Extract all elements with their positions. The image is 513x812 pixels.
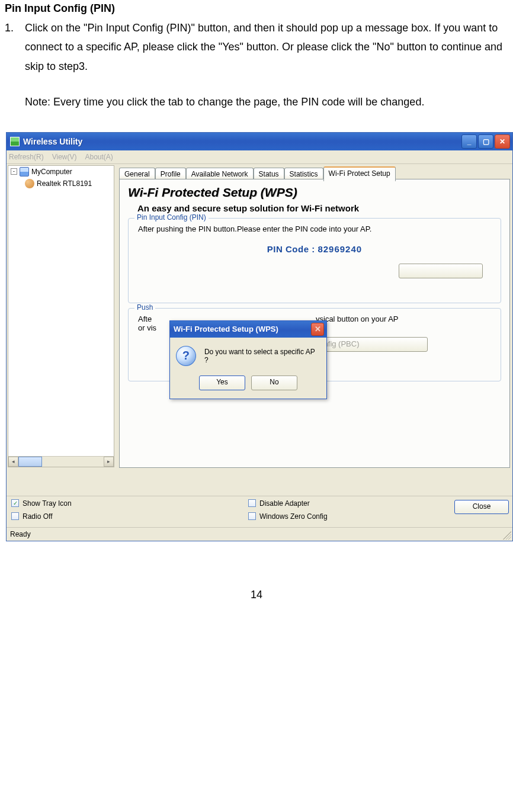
close-button[interactable]: Close — [454, 500, 509, 514]
scroll-thumb[interactable] — [18, 457, 42, 467]
tab-wps[interactable]: Wi-Fi Protect Setup — [323, 166, 396, 181]
wps-heading: Wi-Fi Protected Setup (WPS) — [128, 185, 501, 200]
step-number: 1. — [5, 18, 25, 76]
titlebar: Wireless Utility _ ▢ ✕ — [7, 133, 512, 150]
show-tray-label: Show Tray Icon — [23, 499, 72, 508]
page-number: 14 — [5, 589, 508, 601]
tab-available-network[interactable]: Available Network — [186, 168, 254, 180]
device-tree: - MyComputer Realtek RTL8191 ◂ ▸ — [8, 165, 114, 467]
pin-description: After pushing the PIN button.Please ente… — [138, 224, 493, 233]
tree-root[interactable]: MyComputer — [31, 168, 72, 176]
close-window-button[interactable]: ✕ — [495, 134, 510, 149]
tree-collapse-icon[interactable]: - — [11, 168, 17, 175]
tab-profile[interactable]: Profile — [155, 168, 186, 180]
menubar: Refresh(R) View(V) About(A) — [7, 150, 512, 164]
dialog-close-button[interactable]: ✕ — [311, 323, 324, 336]
resize-grip-icon[interactable] — [503, 531, 511, 540]
pin-code-value: 82969240 — [318, 244, 362, 254]
wps-dialog: Wi-Fi Protected Setup (WPS) ✕ ? Do you w… — [169, 320, 327, 399]
pin-legend: Pin Input Config (PIN) — [134, 213, 209, 222]
tree-node-adapter[interactable]: Realtek RTL8191 — [37, 179, 92, 188]
adapter-icon — [25, 179, 34, 188]
question-icon: ? — [176, 346, 196, 366]
dialog-message: Do you want to select a specific AP ? — [204, 348, 320, 364]
dialog-title: Wi-Fi Protected Setup (WPS) — [174, 325, 278, 333]
disable-adapter-checkbox[interactable] — [248, 499, 256, 507]
status-bar: Ready — [7, 527, 512, 541]
menu-refresh[interactable]: Refresh(R) — [9, 153, 44, 161]
pin-label: PIN Code : — [267, 244, 318, 254]
show-tray-checkbox[interactable]: ✓ — [11, 499, 19, 507]
minimize-button[interactable]: _ — [461, 134, 477, 149]
zero-config-label: Windows Zero Config — [259, 512, 328, 521]
scroll-left-icon[interactable]: ◂ — [8, 457, 18, 467]
doc-heading: Pin Input Config (PIN) — [5, 2, 508, 15]
yes-button[interactable]: Yes — [199, 375, 245, 390]
pin-input-button-partial[interactable] — [399, 264, 483, 278]
screenshot-window: Wireless Utility _ ▢ ✕ Refresh(R) View(V… — [6, 132, 513, 541]
bottom-panel: ✓ Show Tray Icon Radio Off Disable Adapt… — [7, 496, 512, 527]
pbc-text-fragment-2: or vis — [138, 323, 162, 332]
no-button[interactable]: No — [251, 375, 297, 390]
tree-scrollbar[interactable]: ◂ ▸ — [8, 456, 114, 467]
doc-note: Note: Every time you click the tab to ch… — [5, 92, 508, 111]
zero-config-checkbox[interactable] — [248, 512, 256, 520]
app-icon — [10, 137, 20, 146]
status-text: Ready — [10, 530, 31, 538]
wps-subheading: An easy and secure setup solution for Wi… — [137, 203, 501, 213]
scroll-right-icon[interactable]: ▸ — [104, 457, 114, 467]
step-text: Click on the "Pin Input Config (PIN)" bu… — [25, 18, 508, 76]
pbc-text-fragment-3: ysical button on your AP — [316, 314, 398, 332]
tab-panel: Wi-Fi Protected Setup (WPS) An easy and … — [119, 179, 510, 468]
radio-off-checkbox[interactable] — [11, 512, 19, 520]
menu-about[interactable]: About(A) — [85, 153, 113, 161]
maximize-button[interactable]: ▢ — [478, 134, 493, 149]
tab-statistics[interactable]: Statistics — [284, 168, 323, 180]
pbc-text-fragment-1: Afte — [138, 314, 162, 323]
pin-fieldset: Pin Input Config (PIN) After pushing the… — [128, 218, 501, 303]
radio-off-label: Radio Off — [23, 512, 52, 521]
menu-view[interactable]: View(V) — [52, 153, 77, 161]
computer-icon — [20, 167, 29, 176]
disable-adapter-label: Disable Adapter — [259, 499, 310, 508]
tab-general[interactable]: General — [119, 168, 155, 180]
tab-status[interactable]: Status — [254, 168, 284, 180]
window-title: Wireless Utility — [23, 137, 461, 146]
push-legend: Push — [134, 303, 155, 312]
